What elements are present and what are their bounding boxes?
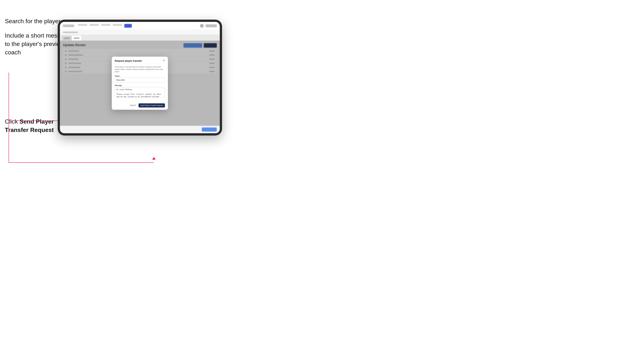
tab-1	[62, 36, 72, 40]
tab-bar	[60, 35, 220, 40]
arrow-line-2-v	[8, 106, 9, 163]
nav-item-3	[101, 24, 110, 26]
modal-body: If the player is transferring from anoth…	[112, 64, 168, 102]
arrow-line-2-h	[8, 163, 154, 163]
modal-title: Request player transfer	[115, 59, 142, 62]
header-btn	[206, 24, 217, 27]
send-transfer-button[interactable]: Send Player Transfer Request	[138, 103, 165, 108]
modal-description: If the player is transferring from anoth…	[115, 66, 165, 73]
header-right	[200, 24, 217, 28]
arrow-head-2	[152, 157, 156, 160]
message-textarea[interactable]: Hi Coach McHarg, Please accept this tran…	[115, 87, 165, 97]
nav-item-4	[113, 24, 122, 26]
modal-header: Request player transfer ✕	[112, 57, 168, 64]
tablet-screen: Update Roster	[60, 22, 220, 133]
modal-footer: Cancel Send Player Transfer Request	[112, 102, 168, 110]
message-label: Message	[115, 84, 165, 86]
close-button[interactable]: ✕	[162, 59, 165, 62]
user-avatar	[200, 24, 204, 28]
nav-item-active	[124, 24, 132, 28]
tab-2-active	[72, 36, 81, 40]
request-transfer-modal: Request player transfer ✕ If the player …	[112, 57, 168, 110]
annotation-click: Click Send PlayerTransfer Request	[5, 117, 54, 134]
modal-overlay: Request player transfer ✕ If the player …	[60, 40, 220, 133]
cancel-button[interactable]: Cancel	[128, 104, 137, 107]
breadcrumb	[63, 32, 78, 33]
bottom-bar	[60, 126, 220, 133]
player-input[interactable]	[115, 78, 165, 83]
tablet-device: Update Roster	[58, 20, 222, 136]
bottom-action-btn	[202, 128, 217, 132]
app-header	[60, 22, 220, 30]
nav-item-1	[78, 24, 87, 26]
annotation-search: Search for the player.	[5, 18, 62, 25]
main-content: Update Roster	[60, 40, 220, 133]
nav-items	[78, 24, 196, 28]
nav-item-2	[90, 24, 99, 26]
sub-header	[60, 30, 220, 35]
player-label: Player	[115, 75, 165, 77]
app-logo	[63, 24, 74, 27]
